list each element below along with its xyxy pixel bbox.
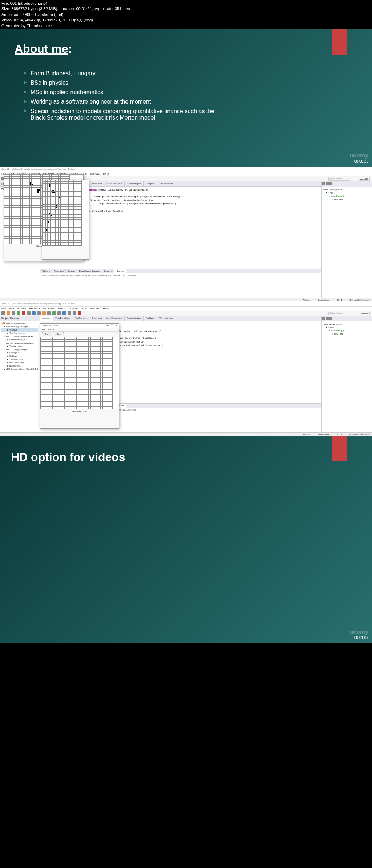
editor-tab[interactable]: MainFrame.java bbox=[104, 316, 125, 321]
outline-icon[interactable] bbox=[329, 317, 332, 320]
outline-method[interactable]: ● main(String[]) bbox=[323, 195, 371, 198]
outline-class[interactable]: ▾ ⊙ App bbox=[323, 191, 371, 195]
stop-icon[interactable] bbox=[22, 311, 25, 315]
editor-tab[interactable]: TimePanel.java bbox=[53, 316, 73, 321]
toolbar-icon[interactable] bbox=[78, 311, 81, 315]
tree-package[interactable]: ▾ com.conwaygame.callbacks bbox=[1, 335, 38, 338]
minimize-icon[interactable]: — bbox=[106, 324, 109, 327]
quick-access-input[interactable]: Quick Access bbox=[328, 312, 350, 315]
editor-tab[interactable]: Board.java bbox=[89, 316, 105, 321]
editor-tab[interactable]: Controller.java bbox=[157, 181, 175, 186]
editor-tab[interactable]: MainFrame.java bbox=[104, 181, 125, 186]
outline-method[interactable]: ● main(String[]) bbox=[323, 329, 371, 332]
start-button[interactable]: Start bbox=[42, 332, 52, 336]
menu-window[interactable]: Window bbox=[90, 307, 100, 310]
tab-console[interactable]: Console bbox=[114, 269, 126, 273]
toolbar-icon[interactable] bbox=[68, 311, 71, 315]
bullet-item: ▶From Budapest, Hungary bbox=[24, 70, 372, 77]
menu-help[interactable]: Help bbox=[103, 307, 109, 310]
tab-snippets[interactable]: Snippets bbox=[102, 269, 114, 273]
console-icon[interactable] bbox=[315, 270, 318, 272]
toolbar-icon[interactable] bbox=[27, 311, 31, 315]
game-menu-file[interactable]: File bbox=[42, 328, 45, 331]
toolbar-icon[interactable] bbox=[42, 311, 46, 315]
console-stop-icon[interactable] bbox=[312, 270, 315, 272]
toolbar-icon[interactable] bbox=[47, 311, 51, 315]
tree-file[interactable]: ▸ ButtonListener.java bbox=[1, 338, 38, 341]
maximize-icon[interactable]: ☐ bbox=[111, 324, 113, 327]
toolbar-icon[interactable] bbox=[73, 311, 76, 315]
tree-file[interactable]: ▸ Controller.java bbox=[1, 358, 38, 361]
tree-library[interactable]: ▸ JRE System Library [JavaSE-1.8] bbox=[1, 368, 38, 371]
tree-file[interactable]: ▸ TimePanel.java bbox=[1, 361, 38, 364]
console-icon[interactable] bbox=[318, 270, 320, 272]
outline-method[interactable]: ⊙ new Run bbox=[323, 332, 371, 336]
toolbar-icon[interactable] bbox=[12, 311, 15, 315]
toolbar-icon[interactable] bbox=[52, 311, 56, 315]
console-icon[interactable] bbox=[318, 404, 320, 407]
outline-method[interactable]: ⊙ new Run bbox=[323, 198, 371, 201]
editor-tab[interactable]: App.java bbox=[40, 316, 53, 321]
tree-package[interactable]: ▾ com.conwaygame.app bbox=[1, 325, 38, 328]
menu-edit[interactable]: Edit bbox=[9, 307, 14, 310]
toolbar-icon[interactable] bbox=[57, 311, 61, 315]
editor-tab[interactable]: Cell.java bbox=[144, 316, 157, 321]
menu-run[interactable]: Run bbox=[81, 307, 87, 310]
close-icon[interactable]: ✕ bbox=[115, 324, 117, 327]
outline-icon[interactable] bbox=[322, 317, 325, 320]
perspective-javaee[interactable]: Java EE bbox=[359, 177, 370, 181]
menu-search[interactable]: Search bbox=[57, 307, 66, 310]
game-grid[interactable] bbox=[42, 180, 89, 246]
perspective-javaee[interactable]: Java EE bbox=[359, 312, 370, 315]
toolbar-icon[interactable] bbox=[1, 311, 5, 315]
outline-icon[interactable] bbox=[326, 182, 329, 185]
editor-tab[interactable]: Constants.java bbox=[125, 181, 144, 186]
outline-panel: ▫ com.conwaygame ▾ ⊙ App ● main(String[]… bbox=[321, 316, 372, 432]
stop-button[interactable]: Stop bbox=[54, 332, 64, 336]
console-stop-icon[interactable] bbox=[312, 404, 315, 407]
menu-file[interactable]: File bbox=[1, 307, 6, 310]
outline-icon[interactable] bbox=[329, 182, 332, 185]
outline-icon[interactable] bbox=[326, 317, 329, 320]
tree-package[interactable]: ▾ com.conwaygame.gui bbox=[1, 348, 38, 351]
console-icon[interactable] bbox=[315, 404, 318, 407]
editor-tab[interactable]: Cell.java bbox=[144, 181, 157, 186]
tree-file[interactable]: ▸ App.java bbox=[1, 328, 38, 332]
toolbar bbox=[0, 311, 372, 316]
tab-markers[interactable]: Markers bbox=[40, 269, 52, 273]
menu-navigate[interactable]: Navigate bbox=[43, 307, 54, 310]
tree-file[interactable]: ▸ Cell.java bbox=[1, 355, 38, 358]
menu-project[interactable]: Project bbox=[69, 307, 78, 310]
outline-icon[interactable] bbox=[322, 182, 325, 185]
editor-tab[interactable]: Constants.java bbox=[125, 316, 144, 321]
tree-file[interactable]: ▸ Constants.java bbox=[1, 345, 38, 348]
accent-bar bbox=[332, 436, 347, 461]
tab-servers[interactable]: Servers bbox=[66, 269, 77, 273]
editor-tab[interactable]: Board.java bbox=[89, 181, 105, 186]
outline-package[interactable]: ▫ com.conwaygame bbox=[323, 188, 371, 191]
quick-access-input[interactable]: Quick Access bbox=[328, 177, 350, 181]
game-grid[interactable] bbox=[40, 337, 119, 409]
status-insert: Smart Insert bbox=[318, 433, 330, 436]
tree-file[interactable]: ▸ Board.java bbox=[1, 351, 38, 355]
tree-project[interactable]: ▾ LifeGameSimulation bbox=[1, 322, 38, 325]
toolbar-icon[interactable] bbox=[32, 311, 36, 315]
toolbar-icon[interactable] bbox=[7, 311, 10, 315]
tree-package[interactable]: ▾ com.conwaygame.constants bbox=[1, 341, 38, 345]
menu-window[interactable]: Window bbox=[90, 172, 100, 176]
outline-class[interactable]: ▾ ⊙ App bbox=[323, 326, 371, 329]
menu-help[interactable]: Help bbox=[103, 172, 109, 176]
editor-tab[interactable]: Toolbar.java bbox=[73, 316, 89, 321]
editor-tab[interactable]: Controller.java bbox=[157, 316, 175, 321]
toolbar-icon[interactable] bbox=[62, 311, 66, 315]
run-icon[interactable] bbox=[17, 311, 20, 315]
tree-file[interactable]: ▸ MainFrame.java bbox=[1, 332, 38, 335]
game-menu-about[interactable]: About bbox=[48, 328, 54, 331]
tree-file[interactable]: ▸ Toolbar.java bbox=[1, 364, 38, 368]
menu-source[interactable]: Source bbox=[17, 307, 26, 310]
toolbar-icon[interactable] bbox=[37, 311, 41, 315]
tab-datasource[interactable]: Data Source Explorer bbox=[77, 269, 102, 273]
menu-refactor[interactable]: Refactor bbox=[29, 307, 40, 310]
tab-properties[interactable]: Properties bbox=[52, 269, 66, 273]
outline-package[interactable]: ▫ com.conwaygame bbox=[323, 323, 371, 326]
